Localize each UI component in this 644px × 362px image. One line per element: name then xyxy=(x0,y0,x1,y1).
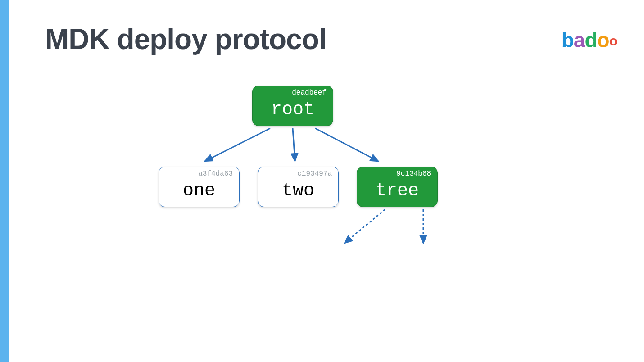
arrow-tree-child-left xyxy=(345,209,385,243)
node-tree-label: tree xyxy=(357,181,437,201)
node-two-hash: c193497a xyxy=(297,170,332,178)
node-two: c193497a two xyxy=(258,167,339,207)
arrow-root-one xyxy=(205,128,270,161)
node-one-label: one xyxy=(159,181,239,201)
node-tree: 9c134b68 tree xyxy=(357,167,438,207)
node-root-label: root xyxy=(253,100,333,120)
diagram-area: deadbeef root a3f4da63 one c193497a two … xyxy=(0,0,644,362)
node-one: a3f4da63 one xyxy=(159,167,240,207)
node-one-hash: a3f4da63 xyxy=(198,170,233,178)
arrow-root-two xyxy=(293,128,295,161)
node-root-hash: deadbeef xyxy=(292,89,327,97)
node-two-label: two xyxy=(258,181,338,201)
node-root: deadbeef root xyxy=(252,86,333,126)
node-tree-hash: 9c134b68 xyxy=(396,170,431,178)
arrow-root-tree xyxy=(315,128,378,161)
